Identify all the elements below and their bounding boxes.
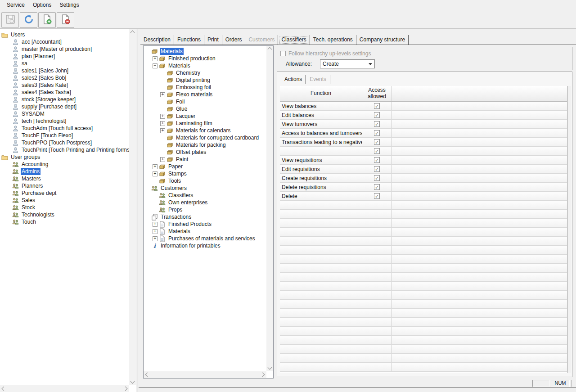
tree-item[interactable]: + Lacquer (145, 113, 266, 120)
classifier-tree-horizontal-scrollbar[interactable] (144, 371, 266, 378)
table-row[interactable]: View balances ✓ (280, 102, 567, 111)
tree-item[interactable]: sales2 [Sales Bob] (1, 74, 129, 81)
tree-item[interactable]: stock [Storage keeper] (1, 96, 129, 103)
classifier-tree-vertical-scrollbar[interactable] (266, 46, 273, 371)
tree-item[interactable]: master [Master of production] (1, 45, 129, 53)
tree-item[interactable]: Embossing foil (145, 84, 266, 91)
tree-item[interactable]: Digital printing (145, 77, 266, 84)
tree-item[interactable]: Admins (1, 168, 129, 175)
table-row-empty[interactable] (280, 273, 567, 282)
tree-item[interactable]: Accounting (1, 161, 129, 168)
tree-item[interactable]: tech [Technologist] (1, 117, 129, 125)
table-row-empty[interactable] (280, 336, 567, 345)
tree-item[interactable]: Offset plates (145, 149, 266, 156)
access-checkbox[interactable]: ✓ (374, 175, 380, 181)
toolbar-button[interactable] (1, 12, 19, 28)
tree-item[interactable]: − Materials (145, 62, 266, 69)
access-checkbox[interactable]: ✓ (374, 184, 380, 190)
allowance-select[interactable]: Create (320, 59, 375, 68)
expander-icon[interactable]: + (160, 114, 165, 119)
tree-item[interactable]: Technologists (1, 211, 129, 218)
table-row-empty[interactable] (280, 237, 567, 246)
tree-item[interactable]: acc [Accountant] (1, 38, 129, 45)
tab[interactable]: Description (140, 35, 174, 45)
expander-icon[interactable]: + (160, 92, 165, 97)
table-row-empty[interactable] (280, 354, 567, 363)
table-row-empty[interactable] (280, 201, 567, 210)
tab[interactable]: Company structure (356, 35, 409, 45)
table-row-empty[interactable] (280, 246, 567, 255)
table-row-empty[interactable] (280, 345, 567, 354)
expander-icon[interactable]: + (153, 56, 158, 61)
scroll-up-icon[interactable] (130, 31, 135, 35)
expander-icon[interactable]: − (153, 63, 158, 68)
table-row[interactable]: Delete ✓ (280, 192, 567, 201)
table-row[interactable]: Create requisitions ✓ (280, 174, 567, 183)
tab[interactable]: Functions (174, 35, 204, 45)
access-checkbox[interactable]: ✓ (374, 148, 380, 154)
table-row[interactable]: ✓ (280, 147, 567, 156)
tree-item[interactable]: plan [Planner] (1, 53, 129, 60)
table-row[interactable]: Access to balances and turnovers ✓ (280, 129, 567, 138)
table-row[interactable]: Edit requisitions ✓ (280, 165, 567, 174)
table-row-empty[interactable] (280, 255, 567, 264)
table-row[interactable]: Edit balances ✓ (280, 111, 567, 120)
tree-item[interactable]: sales1 [Sales John] (1, 67, 129, 74)
tree-item[interactable]: + Flexo materials (145, 91, 266, 98)
table-row-empty[interactable] (280, 327, 567, 336)
expander-icon[interactable]: + (153, 164, 158, 169)
scroll-right-icon[interactable] (261, 373, 265, 377)
expander-icon[interactable]: + (160, 128, 165, 133)
tree-item[interactable]: + Laminating film (145, 120, 266, 127)
access-checkbox[interactable]: ✓ (374, 139, 380, 145)
tree-item[interactable]: Materials for packing (145, 141, 266, 149)
expander-icon[interactable]: + (153, 171, 158, 176)
table-vertical-scrollbar[interactable] (567, 86, 571, 373)
tab[interactable]: Classifiers (278, 35, 310, 45)
table-row-empty[interactable] (280, 300, 567, 309)
tree-item[interactable]: Masters (1, 175, 129, 182)
tree-item[interactable]: Sales (1, 197, 129, 204)
tree-item[interactable]: TouchPrint [Touch Printing and Printing … (1, 146, 129, 153)
tree-item[interactable]: + Purchases of materials and services (145, 235, 266, 242)
table-row[interactable]: View turnovers ✓ (280, 120, 567, 129)
tree-item[interactable]: User groups (1, 153, 129, 161)
tree-item[interactable]: + Finished Products (145, 221, 266, 228)
tree-item[interactable]: Touch (1, 218, 129, 225)
table-row[interactable]: Delete requisitions ✓ (280, 183, 567, 192)
tree-item[interactable]: TouchAdm [Touch full access] (1, 125, 129, 132)
table-row-empty[interactable] (280, 291, 567, 300)
access-checkbox[interactable]: ✓ (374, 103, 380, 109)
table-row-empty[interactable] (280, 228, 567, 237)
table-row-empty[interactable] (280, 309, 567, 318)
access-checkbox[interactable]: ✓ (374, 130, 380, 136)
tree-item[interactable]: i Information for printables (145, 242, 266, 249)
access-checkbox[interactable]: ✓ (374, 157, 380, 163)
follow-hierarchy-checkbox[interactable] (280, 51, 286, 56)
tree-item[interactable]: Transactions (145, 213, 266, 221)
table-row-empty[interactable] (280, 264, 567, 273)
toolbar-button[interactable] (57, 12, 74, 28)
tree-item[interactable]: Purchase dept (1, 189, 129, 197)
menu-item[interactable]: Settings (55, 1, 83, 9)
tree-item[interactable]: SYSADM (1, 110, 129, 117)
expander-icon[interactable]: + (160, 157, 165, 162)
tree-item[interactable]: Materials (145, 48, 266, 55)
tree-item[interactable]: + Materials (145, 228, 266, 235)
access-checkbox[interactable]: ✓ (374, 121, 380, 127)
tab[interactable]: Customers (245, 35, 278, 45)
tab[interactable]: Print (204, 35, 222, 45)
expander-icon[interactable]: + (153, 229, 158, 234)
users-tree-horizontal-scrollbar[interactable] (0, 385, 129, 392)
users-tree-vertical-scrollbar[interactable] (129, 29, 136, 385)
access-checkbox[interactable]: ✓ (374, 112, 380, 118)
expander-icon[interactable]: + (153, 236, 158, 241)
menu-item[interactable]: Service (3, 1, 29, 9)
tab[interactable]: Tech. operations (310, 35, 356, 45)
sub-tab[interactable]: Events (306, 75, 330, 84)
table-row-empty[interactable] (280, 318, 567, 327)
toolbar-button[interactable] (20, 12, 37, 28)
tree-item[interactable]: Classifiers (145, 192, 266, 199)
access-checkbox[interactable]: ✓ (374, 166, 380, 172)
tree-item[interactable]: + Finished production (145, 55, 266, 62)
